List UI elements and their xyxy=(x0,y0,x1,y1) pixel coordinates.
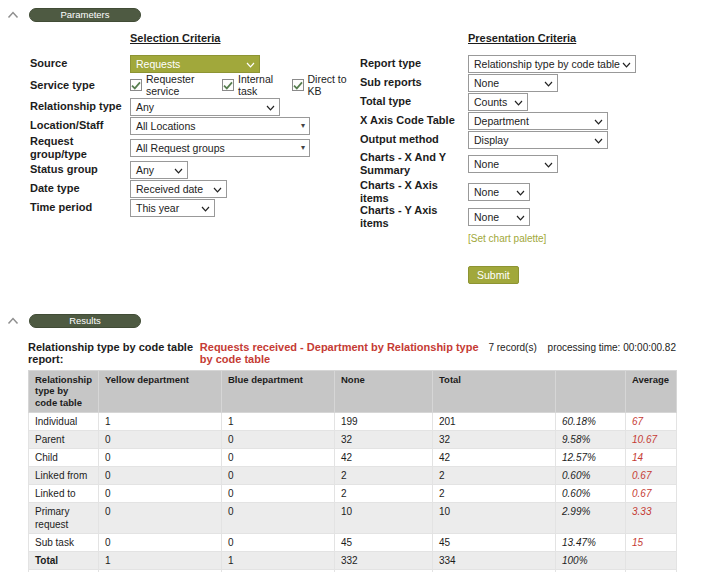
time-period-value: This year xyxy=(136,202,179,214)
charts-xy-summary-select[interactable]: None xyxy=(468,155,558,173)
x-axis-code-table-select[interactable]: Department xyxy=(468,112,608,130)
chevron-down-icon xyxy=(266,105,275,111)
row-label-cell: Linked to xyxy=(29,485,99,503)
value-cell: 9.58% xyxy=(556,431,626,449)
report-type-value: Relationship type by code table xyxy=(474,58,620,70)
charts-xy-summary-label: Charts - X And Y Summary xyxy=(360,151,468,176)
value-cell: 2.99% xyxy=(556,503,626,534)
value-cell: 1 xyxy=(222,552,335,570)
sub-reports-label: Sub reports xyxy=(360,76,468,89)
value-cell: 0 xyxy=(99,534,222,552)
processing-time: processing time: 00:00:00.82 xyxy=(548,342,676,353)
chevron-down-icon xyxy=(622,62,631,68)
parameters-header-button[interactable]: Parameters xyxy=(29,8,141,22)
field-time-period: Time period This year xyxy=(30,198,360,217)
charts-xy-summary-value: None xyxy=(474,158,499,170)
field-source: Source Requests xyxy=(30,54,360,73)
field-service-type: Service type Requester service Internal … xyxy=(30,73,360,97)
value-cell: 0 xyxy=(222,431,335,449)
field-output-method: Output method Display xyxy=(360,130,703,149)
total-type-label: Total type xyxy=(360,95,468,108)
charts-y-items-select[interactable]: None xyxy=(468,208,530,226)
source-label: Source xyxy=(30,57,130,70)
field-total-type: Total type Counts xyxy=(360,92,703,111)
relationship-type-value: Any xyxy=(136,101,154,113)
value-cell: 32 xyxy=(433,431,556,449)
service-type-label: Service type xyxy=(30,79,130,92)
value-cell: 45 xyxy=(433,534,556,552)
value-cell: 12.57% xyxy=(556,449,626,467)
report-type-select[interactable]: Relationship type by code table xyxy=(468,55,636,73)
table-row: Linked from00220.60%0.67 xyxy=(29,467,677,485)
chevron-down-icon xyxy=(514,100,523,106)
chevron-down-icon xyxy=(201,206,210,212)
presentation-criteria-column: Presentation Criteria Report type Relati… xyxy=(360,24,703,284)
value-cell: 32 xyxy=(335,431,433,449)
table-row: Sub task00454513.47%15 xyxy=(29,534,677,552)
value-cell: 199 xyxy=(335,413,433,431)
field-charts-x-items: Charts - X Axis items None xyxy=(360,179,703,204)
chevron-down-icon xyxy=(174,168,183,174)
output-method-select[interactable]: Display xyxy=(468,131,608,149)
column-header: Blue department xyxy=(222,370,335,413)
value-cell: 13.47% xyxy=(556,534,626,552)
value-cell: 10.67 xyxy=(626,431,677,449)
location-staff-select[interactable]: All Locations ▾ xyxy=(130,117,310,135)
request-group-value: All Request groups xyxy=(136,142,225,154)
table-header-row: Relationship type by code tableYellow de… xyxy=(29,370,677,413)
row-label-cell: Individual xyxy=(29,413,99,431)
status-group-value: Any xyxy=(136,164,154,176)
value-cell: 2 xyxy=(433,485,556,503)
table-body: Individual1119920160.18%67Parent0032329.… xyxy=(29,413,677,572)
value-cell: 0 xyxy=(222,485,335,503)
set-chart-palette-link[interactable]: [Set chart palette] xyxy=(468,233,703,244)
value-cell xyxy=(626,552,677,570)
presentation-criteria-title: Presentation Criteria xyxy=(468,32,703,44)
selection-criteria-column: Selection Criteria Source Requests Servi… xyxy=(30,24,360,284)
charts-x-items-value: None xyxy=(474,186,499,198)
relationship-type-label: Relationship type xyxy=(30,100,130,113)
value-cell: 100% xyxy=(556,552,626,570)
charts-x-items-select[interactable]: None xyxy=(468,183,530,201)
column-header: Relationship type by code table xyxy=(29,370,99,413)
total-type-select[interactable]: Counts xyxy=(468,93,528,111)
source-select[interactable]: Requests xyxy=(130,55,260,73)
report-title: Relationship type by code table report: xyxy=(28,341,195,365)
status-group-select[interactable]: Any xyxy=(130,161,188,179)
submit-button[interactable]: Submit xyxy=(468,266,519,284)
relationship-type-select[interactable]: Any xyxy=(130,98,280,116)
value-cell: 42 xyxy=(335,449,433,467)
checkbox-direct-to-kb[interactable]: Direct to KB xyxy=(292,73,351,97)
output-method-label: Output method xyxy=(360,133,468,146)
value-cell: 0 xyxy=(99,503,222,534)
row-label-cell: Linked from xyxy=(29,467,99,485)
dropdown-triangle-icon: ▾ xyxy=(301,143,305,152)
report-title-line: Relationship type by code table report: … xyxy=(28,341,676,365)
value-cell: 2 xyxy=(335,485,433,503)
sub-reports-select[interactable]: None xyxy=(468,74,558,92)
output-method-value: Display xyxy=(474,134,508,146)
checkbox-internal-task[interactable]: Internal task xyxy=(222,73,282,97)
row-label-cell: Child xyxy=(29,449,99,467)
request-group-select[interactable]: All Request groups ▾ xyxy=(130,139,310,157)
collapse-up-icon[interactable] xyxy=(7,11,21,19)
dropdown-triangle-icon: ▾ xyxy=(301,121,305,130)
results-header-button[interactable]: Results xyxy=(29,314,141,328)
value-cell: 0 xyxy=(222,467,335,485)
report-type-label: Report type xyxy=(360,57,468,70)
value-cell: 0.60% xyxy=(556,467,626,485)
checkbox-label: Internal task xyxy=(238,73,282,97)
report-page: Parameters Selection Criteria Source Req… xyxy=(0,0,703,572)
checkbox-checked-icon xyxy=(222,79,234,91)
x-axis-code-table-value: Department xyxy=(474,115,529,127)
row-label-cell: Sub task xyxy=(29,534,99,552)
row-label-cell: Total xyxy=(29,552,99,570)
value-cell: 3.33 xyxy=(626,503,677,534)
value-cell: 10 xyxy=(335,503,433,534)
date-type-select[interactable]: Received date xyxy=(130,180,227,198)
field-charts-xy-summary: Charts - X And Y Summary None xyxy=(360,149,703,179)
collapse-up-icon[interactable] xyxy=(7,317,21,325)
value-cell: 14 xyxy=(626,449,677,467)
checkbox-requester-service[interactable]: Requester service xyxy=(130,73,213,97)
time-period-select[interactable]: This year xyxy=(130,199,215,217)
